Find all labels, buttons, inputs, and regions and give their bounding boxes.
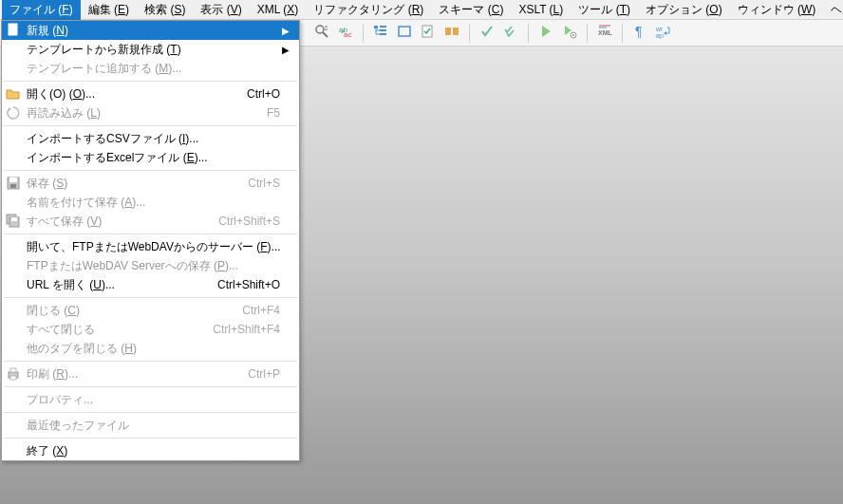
menubar-item-f[interactable]: ファイル (F)	[2, 0, 81, 20]
svg-rect-38	[10, 376, 16, 380]
menu-item-shortcut: Ctrl+Shift+F4	[205, 323, 280, 336]
menubar-item-s[interactable]: 検索 (S)	[137, 0, 193, 20]
save-icon	[4, 176, 23, 191]
menu-item: 他のタブを閉じる (H)	[2, 339, 299, 358]
menu-item-shortcut: Ctrl+Shift+O	[210, 278, 280, 291]
submenu-arrow-icon: ▶	[280, 45, 291, 55]
svg-point-20	[572, 34, 574, 36]
play-settings-icon	[562, 24, 577, 43]
check-button[interactable]	[477, 23, 497, 44]
menu-item-label: URL を開く (U)...	[23, 277, 210, 293]
menu-item-label: 開く(O) (O)...	[23, 86, 239, 103]
svg-rect-13	[399, 27, 410, 36]
menubar-item-h[interactable]: ヘルプ (H)	[823, 0, 843, 20]
structure-button[interactable]	[370, 23, 391, 44]
menubar-item-x[interactable]: XML (X)	[250, 1, 307, 18]
find-replace-icon: abac	[338, 24, 353, 43]
menu-item: FTPまたはWebDAV Serverへの保存 (P)...	[2, 256, 299, 275]
menu-separator	[4, 361, 297, 362]
new-file-icon	[4, 23, 23, 38]
menu-item-label: FTPまたはWebDAV Serverへの保存 (P)...	[23, 258, 280, 274]
validate-icon	[421, 24, 436, 43]
save-all-icon	[4, 214, 23, 229]
menu-item-label: 他のタブを閉じる (H)	[23, 341, 280, 357]
menu-item-label: すべて閉じる	[23, 322, 205, 338]
find-button[interactable]	[311, 23, 332, 44]
menu-item[interactable]: インポートするCSVファイル (I)...	[2, 129, 299, 148]
menu-item: テンプレートに追加する (M)...	[2, 59, 299, 78]
menu-item-label: テンプレートから新規作成 (T)	[23, 42, 280, 58]
menu-item[interactable]: 開く(O) (O)...Ctrl+O	[2, 84, 299, 103]
menubar-item-o[interactable]: オプション (O)	[638, 0, 730, 20]
menu-item-label: 再読み込み (L)	[23, 105, 259, 121]
svg-rect-35	[11, 217, 17, 221]
tags-button[interactable]	[441, 23, 462, 44]
play-icon	[538, 24, 553, 43]
pilcrow-button[interactable]: ¶	[629, 23, 650, 44]
menu-item[interactable]: 新規 (N)▶	[2, 21, 299, 40]
menu-item-label: 最近使ったファイル	[23, 418, 280, 434]
menu-item: 最近使ったファイル	[2, 416, 299, 435]
menu-item: 印刷 (R)...Ctrl+P	[2, 364, 299, 383]
menu-item: 閉じる (C)Ctrl+F4	[2, 301, 299, 320]
svg-line-1	[323, 32, 328, 37]
menu-item-label: インポートするExcelファイル (E)...	[23, 150, 280, 166]
menubar-item-r[interactable]: リファクタリング (R)	[306, 0, 431, 20]
tags-icon	[444, 24, 459, 43]
menu-item[interactable]: インポートするExcelファイル (E)...	[2, 148, 299, 167]
pilcrow-icon: ¶	[632, 24, 647, 43]
menu-separator	[4, 170, 297, 171]
menu-item: 再読み込み (L)F5	[2, 103, 299, 122]
menubar-item-c[interactable]: スキーマ (C)	[431, 0, 511, 20]
toolbar-groups: abacXML¶wrap	[308, 23, 678, 44]
menu-item-label: 名前を付けて保存 (A)...	[23, 195, 280, 211]
find-icon	[314, 24, 329, 43]
menu-item[interactable]: テンプレートから新規作成 (T)▶	[2, 40, 299, 59]
menu-separator	[4, 233, 297, 234]
menu-separator	[4, 297, 297, 298]
file-menu-dropdown: 新規 (N)▶テンプレートから新規作成 (T)▶テンプレートに追加する (M).…	[1, 20, 300, 461]
menu-item: すべて保存 (V)Ctrl+Shift+S	[2, 212, 299, 231]
svg-text:wr: wr	[656, 26, 664, 32]
menu-item: プロパティ...	[2, 390, 299, 409]
xml-button[interactable]: XML	[594, 23, 615, 44]
wrap-button[interactable]: wrap	[653, 23, 674, 44]
folder-open-icon	[4, 86, 23, 102]
menu-item-label: 新規 (N)	[23, 23, 280, 39]
find-replace-button[interactable]: abac	[335, 23, 356, 44]
menubar-item-v[interactable]: 表示 (V)	[193, 0, 249, 20]
svg-marker-27	[664, 31, 666, 35]
double-check-button[interactable]	[500, 23, 521, 44]
svg-rect-7	[380, 26, 386, 28]
menu-item-label: プロパティ...	[23, 392, 280, 408]
menu-item[interactable]: 終了 (X)	[2, 441, 299, 460]
menu-item-label: 印刷 (R)...	[23, 366, 240, 383]
svg-text:ap: ap	[656, 32, 664, 39]
menu-item[interactable]: 開いて、FTPまたはWebDAVからのサーバー (F)...	[2, 237, 299, 256]
menu-separator	[4, 412, 297, 413]
svg-text:ac: ac	[344, 30, 351, 39]
svg-rect-15	[445, 28, 451, 35]
menu-item: すべて閉じるCtrl+Shift+F4	[2, 320, 299, 339]
svg-marker-17	[542, 26, 551, 37]
validate-button[interactable]	[418, 23, 439, 44]
wrap-icon: wrap	[656, 24, 671, 43]
svg-rect-8	[380, 29, 386, 31]
rect-button[interactable]	[394, 23, 415, 44]
svg-rect-9	[380, 33, 386, 35]
check-icon	[479, 24, 495, 43]
play-settings-button[interactable]	[559, 23, 580, 44]
menubar-item-t[interactable]: ツール (T)	[571, 0, 638, 20]
menubar-item-l[interactable]: XSLT (L)	[511, 1, 571, 18]
menu-separator	[4, 81, 297, 82]
menu-item-label: 閉じる (C)	[23, 303, 234, 319]
menu-item[interactable]: URL を開く (U)...Ctrl+Shift+O	[2, 275, 299, 294]
play-button[interactable]	[535, 23, 556, 44]
svg-rect-6	[374, 26, 378, 28]
menubar-item-w[interactable]: ウィンドウ (W)	[730, 0, 824, 20]
structure-icon	[373, 24, 388, 43]
svg-rect-37	[10, 368, 16, 372]
menubar-item-e[interactable]: 編集 (E)	[81, 0, 137, 20]
svg-point-0	[316, 26, 324, 33]
menubar: ファイル (F)編集 (E)検索 (S)表示 (V)XML (X)リファクタリン…	[0, 0, 843, 20]
